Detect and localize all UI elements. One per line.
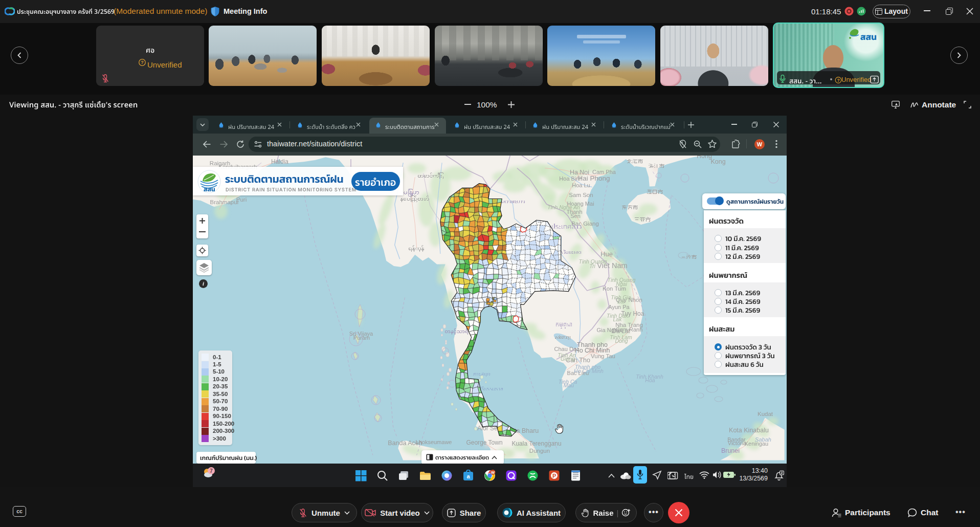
svg-text:Gia Nghia: Gia Nghia [597, 327, 622, 333]
svg-text:Ngai: Ngai [616, 281, 627, 287]
svg-text:Kudat: Kudat [758, 411, 773, 417]
svg-text:7: 7 [210, 468, 213, 474]
svg-text:Sam Son: Sam Son [569, 192, 593, 198]
svg-text:Ho Chi Minh: Ho Chi Minh [575, 347, 610, 354]
svg-text:Hoa Lu: Hoa Lu [572, 182, 590, 188]
svg-text:Kuala Terengganu: Kuala Terengganu [511, 440, 561, 447]
svg-text:a: a [466, 473, 470, 479]
svg-text:Mau: Mau [564, 382, 574, 388]
svg-text:W: W [491, 470, 495, 475]
svg-text:Lai: Lai [617, 298, 625, 304]
svg-text:?: ? [141, 60, 144, 65]
svg-text:Lak: Lak [613, 316, 622, 322]
svg-text:Ayun Pa: Ayun Pa [608, 304, 630, 310]
svg-text:Sen: Sen [570, 213, 581, 219]
svg-text:Lhokseumawe: Lhokseumawe [416, 439, 452, 445]
svg-text:Tinh Nghe An: Tinh Nghe An [547, 204, 580, 210]
svg-text:Sabah: Sabah [755, 436, 771, 443]
svg-text:George Town: George Town [466, 439, 502, 446]
svg-text:Hoa: Hoa [645, 377, 655, 383]
svg-text:Bac Giang: Bac Giang [571, 221, 599, 227]
svg-text:Haldia: Haldia [271, 158, 288, 165]
svg-text:Tri: Tri [589, 263, 595, 269]
svg-text:Puri: Puri [236, 196, 247, 203]
svg-text:Dong: Dong [615, 338, 628, 344]
svg-text:Puram: Puram [353, 335, 370, 341]
svg-text:Hong: Hong [697, 156, 712, 160]
svg-text:Kong: Kong [710, 158, 725, 165]
svg-text:?: ? [837, 78, 839, 83]
svg-text:Kota Kinabalu: Kota Kinabalu [729, 427, 769, 434]
svg-text:Giang: Giang [561, 356, 575, 362]
svg-text:Brunei: Brunei [721, 447, 740, 454]
svg-text:Ho Chi Minh: Ho Chi Minh [574, 368, 604, 374]
svg-text:Hai Phong: Hai Phong [577, 174, 610, 182]
svg-text:P: P [552, 473, 556, 479]
svg-text:Brahmapur: Brahmapur [210, 199, 239, 205]
svg-text:Victoria: Victoria [728, 440, 747, 446]
svg-text:Dungun: Dungun [529, 448, 550, 454]
svg-text:Hue: Hue [600, 250, 613, 258]
